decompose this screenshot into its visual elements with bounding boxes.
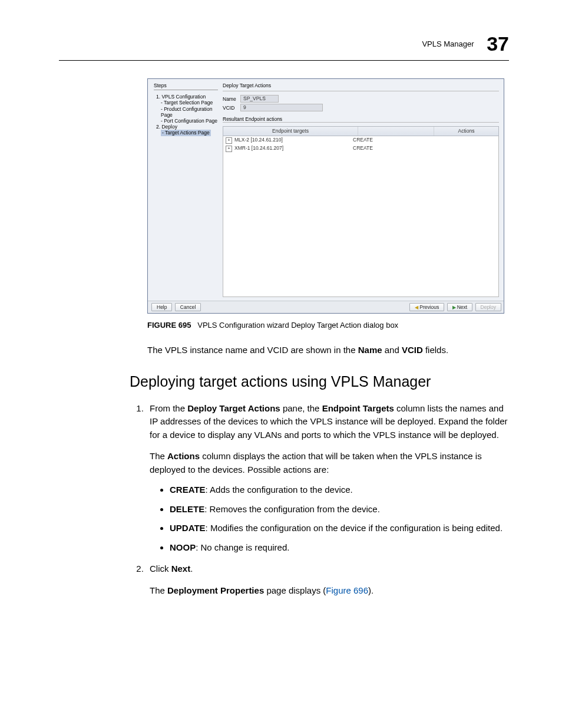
expand-icon[interactable]: + [226,146,232,152]
col-actions[interactable]: Actions [434,127,498,135]
subheader-rule [223,122,499,123]
bullet-noop: NOOP: No change is required. [170,541,509,555]
paragraph: The VPLS instance name and VCID are show… [147,344,509,357]
vcid-field[interactable]: 9 [240,104,323,111]
next-icon: ▶ [452,305,456,310]
table-header: Endpoint targets Actions [223,126,499,136]
row-name: XMR-1 [10.24.61.207] [234,145,283,151]
next-button[interactable]: ▶Next [447,303,472,312]
subheader: Resultant Endpoint actions [223,116,499,122]
bullet-update: UPDATE: Modifies the configuration on th… [170,522,509,535]
step-item: - Product Configuration Page [156,106,218,118]
section-heading: Deploying target actions using VPLS Mana… [130,373,509,390]
bullet-delete: DELETE: Removes the configuration from t… [170,503,509,516]
col-action-key[interactable] [358,127,434,135]
figure-link[interactable]: Figure 696 [326,585,368,595]
steps-rule [154,90,218,90]
vcid-label: VCID [223,105,240,111]
bullet-create: CREATE: Adds the configuration to the de… [170,483,509,497]
step-item-active: - Target Actions Page [156,130,218,136]
page-header: VPLS Manager 37 [59,32,509,55]
panel-title: Deploy Target Actions [223,83,499,88]
row-action: CREATE [353,145,424,152]
deploy-button: Deploy [475,303,501,311]
steps-label: Steps [154,83,218,88]
deploy-target-actions-dialog: Steps 1. VPLS Configuration - Target Sel… [147,78,504,314]
step-item: - Target Selection Page [156,100,218,106]
row-name: MLX-2 [10.24.61.210] [234,137,283,143]
expand-icon[interactable]: + [226,137,232,144]
header-rule [59,60,509,61]
step-item: 2. Deploy [156,124,218,130]
chapter-title: VPLS Manager [422,39,474,48]
step-2: Click Next. The Deployment Properties pa… [146,562,509,597]
figure-label: FIGURE 695 [147,321,191,330]
previous-icon: ◀ [415,305,418,310]
wizard-steps: 1. VPLS Configuration - Target Selection… [154,94,218,136]
col-endpoint-targets[interactable]: Endpoint targets [223,127,358,135]
figure-caption: FIGURE 695 VPLS Configuration wizard Dep… [147,321,509,330]
step-item: - Port Configuration Page [156,118,218,124]
panel-rule [223,91,499,91]
cancel-button[interactable]: Cancel [175,303,201,311]
figure-text: VPLS Configuration wizard Deploy Target … [197,321,398,330]
row-action: CREATE [353,137,424,144]
name-field[interactable]: SP_VPLS [240,95,279,103]
results-table[interactable]: +MLX-2 [10.24.61.210] CREATE +XMR-1 [10.… [223,136,499,297]
step-1: From the Deploy Target Actions pane, the… [146,402,509,555]
step-item: 1. VPLS Configuration [156,94,218,100]
table-row[interactable]: +XMR-1 [10.24.61.207] CREATE [223,144,498,153]
table-row[interactable]: +MLX-2 [10.24.61.210] CREATE [223,136,498,144]
previous-button[interactable]: ◀Previous [409,303,444,312]
chapter-number: 37 [487,32,509,55]
help-button[interactable]: Help [151,303,172,311]
name-label: Name [223,96,240,102]
